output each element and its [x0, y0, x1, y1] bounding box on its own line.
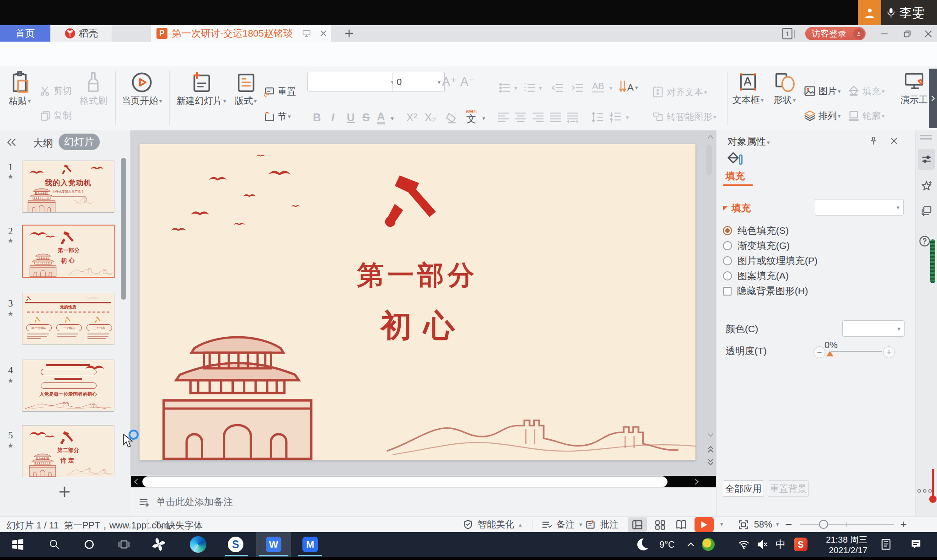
- clear-format-icon[interactable]: [444, 111, 458, 125]
- radio-pattern-fill[interactable]: 图案填充(A): [723, 269, 789, 282]
- next-slide-icon[interactable]: [707, 458, 714, 466]
- sogou-tray-icon[interactable]: S: [791, 532, 811, 557]
- justify-icon[interactable]: [548, 110, 563, 124]
- reset-button[interactable]: 重置: [264, 86, 296, 98]
- tab-slides[interactable]: 幻灯片: [59, 134, 100, 150]
- align-center-icon[interactable]: [513, 110, 528, 124]
- numbered-list-icon[interactable]: [522, 81, 537, 95]
- new-slide-button[interactable]: 新建幻灯片▾: [175, 70, 228, 107]
- fill-tab-icon[interactable]: [725, 151, 743, 168]
- rail-scroll-indicator[interactable]: [930, 239, 935, 283]
- tab-daoke[interactable]: 稻壳: [51, 25, 112, 42]
- new-tab-icon[interactable]: [344, 28, 354, 38]
- radio-gradient-fill[interactable]: 渐变填充(G): [723, 239, 790, 252]
- paste-button[interactable]: 粘贴▾: [5, 70, 34, 107]
- color-combo[interactable]: ▾: [842, 320, 905, 337]
- pinyin-button[interactable]: wén 文: [462, 108, 480, 124]
- transparency-plus-button[interactable]: +: [883, 346, 895, 358]
- increase-indent-icon[interactable]: [570, 81, 585, 95]
- tray-expand-button[interactable]: [683, 532, 699, 557]
- slide-thumbnail-5[interactable]: 第二部分 肯定: [22, 425, 114, 477]
- current-slide[interactable]: 第一部分 初心: [140, 144, 695, 460]
- zoom-out-button[interactable]: −: [785, 517, 792, 532]
- volume-muted-icon[interactable]: [753, 532, 771, 557]
- slide-thumbnail-4[interactable]: 入党是每一位爱国者的初心: [22, 360, 114, 412]
- fill-style-combo[interactable]: ▾: [815, 199, 904, 215]
- notes-bar[interactable]: 单击此处添加备注: [130, 487, 716, 516]
- more-dots-icon[interactable]: [915, 488, 934, 494]
- night-mode-icon[interactable]: [634, 532, 652, 557]
- pinyin-caret-icon[interactable]: ▾: [482, 115, 485, 122]
- fit-to-window-icon[interactable]: [738, 519, 749, 531]
- presentation-tools-button[interactable]: 演示工具: [900, 70, 928, 106]
- effects-star-icon[interactable]: [920, 180, 933, 193]
- clock[interactable]: 21:38 周三 2021/2/17: [817, 534, 867, 555]
- radio-picture-fill[interactable]: 图片或纹理填充(P): [723, 254, 818, 267]
- tab-outline[interactable]: 大纲: [33, 136, 53, 150]
- smart-beautify-button[interactable]: 智能美化 ▴: [462, 518, 522, 531]
- slide-thumbnail-3[interactable]: 党的性质 两个先锋队 一个核心 三个代表: [22, 293, 114, 345]
- pin-icon[interactable]: [868, 136, 878, 146]
- transparency-slider-track[interactable]: [831, 351, 882, 352]
- app-seewo-button[interactable]: [147, 532, 170, 557]
- play-from-current-button[interactable]: 当页开始▾: [120, 70, 164, 107]
- shapes-button[interactable]: 形状▾: [770, 70, 800, 106]
- vertical-scrollbar-thumb[interactable]: [706, 145, 712, 175]
- app-meeting-button[interactable]: M: [296, 532, 324, 557]
- align-right-icon[interactable]: [531, 110, 545, 124]
- wifi-tray-icon[interactable]: [735, 532, 753, 557]
- bold-button[interactable]: B: [313, 111, 321, 124]
- picture-button[interactable]: 图片▾: [803, 85, 841, 97]
- scroll-right-icon[interactable]: [694, 478, 700, 485]
- rail-properties-button[interactable]: [918, 149, 935, 170]
- decrease-indent-icon[interactable]: [550, 81, 565, 95]
- superscript-button[interactable]: X²: [406, 111, 417, 124]
- reset-background-button[interactable]: 重置背景: [768, 480, 809, 497]
- text-direction-button[interactable]: A ▾: [619, 80, 638, 95]
- view-sorter-button[interactable]: [651, 517, 670, 532]
- guest-login-button[interactable]: 访客登录: [805, 27, 866, 40]
- action-center-button[interactable]: [904, 532, 928, 557]
- scroll-up-icon[interactable]: [707, 134, 714, 140]
- checkbox-hide-background[interactable]: 隐藏背景图形(H): [723, 285, 808, 297]
- line-spacing-icon[interactable]: [590, 110, 605, 124]
- notes-button[interactable]: 备注 ▾: [541, 518, 582, 531]
- italic-button[interactable]: I: [331, 111, 334, 124]
- minimize-window-icon[interactable]: [879, 29, 889, 39]
- strikethrough-button[interactable]: S: [362, 111, 370, 124]
- view-reading-button[interactable]: [672, 517, 691, 532]
- spacing-caret-icon[interactable]: ▾: [626, 114, 629, 121]
- slide-thumbnail-1[interactable]: 我的入党动机 —— 为什么要加入共产党？ ——: [22, 161, 114, 213]
- arrange-button[interactable]: 排列▾: [803, 109, 841, 122]
- format-painter-button[interactable]: 格式刷: [77, 71, 110, 107]
- fill-section-header[interactable]: 填充: [723, 202, 751, 215]
- underline-button[interactable]: U: [347, 111, 355, 124]
- font-color-caret-icon[interactable]: ▾: [391, 115, 394, 122]
- numbered-caret-icon[interactable]: ▾: [539, 85, 542, 92]
- zoom-caret-icon[interactable]: ▾: [776, 521, 779, 528]
- tab-document[interactable]: P 第一次研讨-交运1805赵铭琰: [151, 25, 331, 42]
- slide-thumbnail-2[interactable]: 第一部分 初心: [22, 225, 115, 278]
- scroll-left-icon[interactable]: [133, 478, 139, 485]
- antivirus-tray-icon[interactable]: [699, 532, 717, 557]
- section-button[interactable]: 节▾: [264, 110, 291, 123]
- to-smart-graphic-button[interactable]: 转智能图形▾: [652, 110, 716, 123]
- ime-indicator[interactable]: 中: [771, 532, 790, 557]
- app-scircle-button[interactable]: S: [223, 532, 248, 557]
- scroll-down-icon[interactable]: [707, 432, 714, 438]
- bullet-caret-icon[interactable]: ▾: [514, 85, 517, 92]
- panel-expander[interactable]: [929, 69, 937, 128]
- char-direction-caret-icon[interactable]: ▾: [609, 85, 613, 92]
- zoom-in-button[interactable]: +: [900, 518, 907, 531]
- help-icon[interactable]: [918, 235, 931, 248]
- play-slideshow-button[interactable]: [695, 517, 714, 532]
- document-count-badge[interactable]: 1: [782, 28, 796, 39]
- slide-part-label[interactable]: 第一部分: [140, 258, 695, 293]
- previous-slide-icon[interactable]: [707, 445, 714, 453]
- add-slide-icon[interactable]: [58, 485, 71, 499]
- fill-button[interactable]: 填充▾: [847, 85, 885, 97]
- close-window-icon[interactable]: [923, 29, 933, 39]
- sidebar-scrollbar[interactable]: [121, 158, 126, 300]
- bullet-list-icon[interactable]: [498, 81, 512, 95]
- restore-window-icon[interactable]: [902, 29, 912, 39]
